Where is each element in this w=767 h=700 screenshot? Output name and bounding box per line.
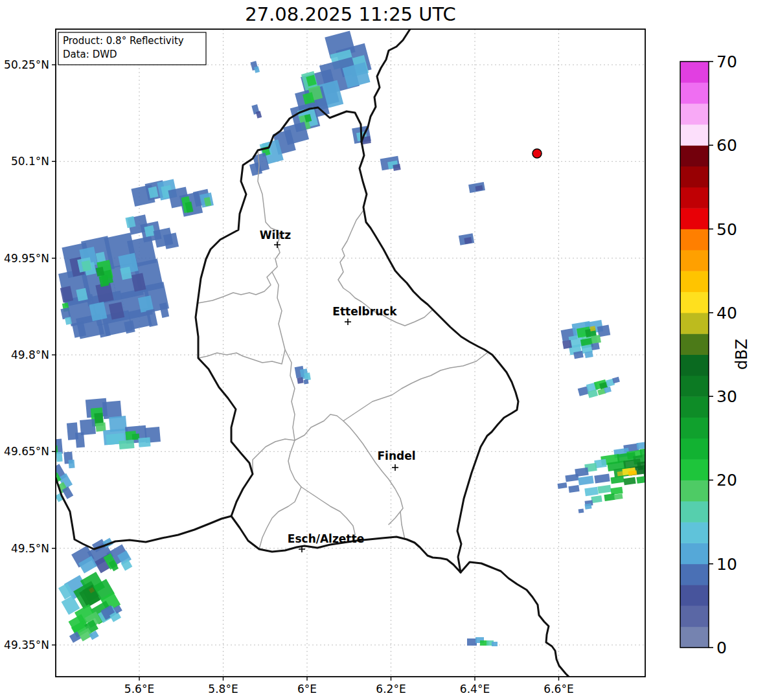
echo-cell-north-scattered [393, 164, 400, 171]
colorbar-unit-label: dBZ [733, 339, 751, 370]
colorbar-segment [680, 522, 709, 543]
colorbar-tick-label: 70 [716, 52, 737, 71]
colorbar-segment [680, 166, 709, 188]
colorbar-segment [680, 627, 709, 648]
city-label-esch-alzette: Esch/Alzette [288, 532, 364, 545]
echo-cell-west-mid [94, 412, 103, 423]
echo-cell-west-mid [138, 437, 150, 447]
colorbar-tick-label: 30 [716, 387, 737, 406]
colorbar-segment [680, 376, 709, 397]
y-tick-label: 49.8°N [11, 348, 49, 361]
product-info-box: Product: 0.8° Reflectivity Data: DWD [58, 32, 206, 65]
colorbar-segment [680, 229, 709, 251]
colorbar-segment [680, 145, 709, 166]
colorbar-segment [680, 271, 709, 292]
echo-cell-east-cell-1 [591, 335, 601, 344]
echo-cell-southeast [578, 508, 584, 513]
y-tick-label: 49.35°N [4, 638, 49, 651]
product-line: Product: 0.8° Reflectivity [63, 35, 184, 47]
echo-cell-south-strip [492, 642, 498, 646]
colorbar-segment [680, 438, 709, 460]
colorbar: 010203040506070 [680, 52, 737, 657]
x-tick-label: 6.6°E [544, 683, 573, 695]
x-tick-label: 5.8°E [208, 683, 238, 695]
echo-cell-west-mid [75, 432, 85, 447]
colorbar-segment [680, 124, 709, 146]
colorbar-segment [680, 292, 709, 313]
y-tick-label: 50.1°N [11, 155, 49, 168]
radar-figure: WiltzEttelbruckFindelEsch/Alzette 5.6°E5… [0, 0, 767, 700]
echo-cell-south-strip [467, 638, 477, 646]
city-label-ettelbruck: Ettelbruck [332, 305, 397, 318]
colorbar-tick-label: 50 [716, 220, 737, 239]
colorbar-segment [680, 333, 709, 355]
echo-cell-west-mid [56, 452, 62, 462]
colorbar-segment [680, 501, 709, 523]
echo-cell-west-mid [119, 440, 134, 449]
x-tick-label: 6°E [297, 683, 317, 695]
echo-cell-center-small [297, 377, 303, 383]
colorbar-segment [680, 564, 709, 585]
colorbar-segment [680, 250, 709, 271]
colorbar-segment [680, 459, 709, 480]
colorbar-segment [680, 82, 709, 104]
colorbar-segment [680, 543, 709, 564]
echo-cell-center-small [303, 379, 308, 384]
colorbar-segment [680, 208, 709, 229]
colorbar-segment [680, 417, 709, 438]
echo-cell-east-cell-1 [562, 340, 572, 349]
echo-cell-southeast [636, 476, 645, 484]
echo-cell-east-cell-1 [590, 326, 595, 331]
y-tick-label: 49.65°N [4, 445, 49, 458]
colorbar-tick-label: 20 [716, 471, 737, 490]
colorbar-segment [680, 313, 709, 334]
colorbar-segment [680, 480, 709, 501]
echo-cell-west-mid [95, 422, 106, 431]
y-tick-label: 49.5°N [11, 542, 49, 555]
city-label-findel: Findel [377, 449, 415, 462]
x-tick-label: 6.4°E [460, 683, 490, 695]
colorbar-segment [680, 104, 709, 125]
radar-site-marker [532, 149, 542, 158]
colorbar-segment [680, 62, 709, 83]
colorbar-tick-label: 0 [716, 638, 727, 657]
figure-title: 27.08.2025 11:25 UTC [245, 3, 456, 25]
colorbar-tick-label: 40 [716, 304, 737, 322]
data-source-line: Data: DWD [63, 49, 117, 60]
colorbar-segment [680, 605, 709, 627]
y-tick-label: 50.25°N [4, 58, 49, 71]
colorbar-segment [680, 585, 709, 606]
echo-cell-southeast [584, 503, 591, 509]
x-tick-label: 6.2°E [376, 683, 406, 695]
x-tick-label: 5.6°E [124, 683, 154, 695]
colorbar-segment [680, 396, 709, 418]
radar-map-canvas: WiltzEttelbruckFindelEsch/Alzette 5.6°E5… [0, 0, 767, 700]
echo-cell-west-mid [68, 460, 74, 469]
colorbar-segment [680, 355, 709, 376]
echo-cell-east-cell-1 [591, 343, 600, 350]
echo-cell-north-scattered [464, 237, 472, 244]
colorbar-tick-label: 60 [716, 136, 737, 155]
echo-cell-southeast [639, 448, 648, 456]
city-label-wiltz: Wiltz [260, 229, 292, 242]
y-tick-label: 49.95°N [4, 252, 49, 265]
plot-area [56, 29, 645, 677]
colorbar-tick-label: 10 [716, 555, 737, 574]
echo-cell-southeast [617, 471, 624, 476]
colorbar-segment [680, 187, 709, 209]
